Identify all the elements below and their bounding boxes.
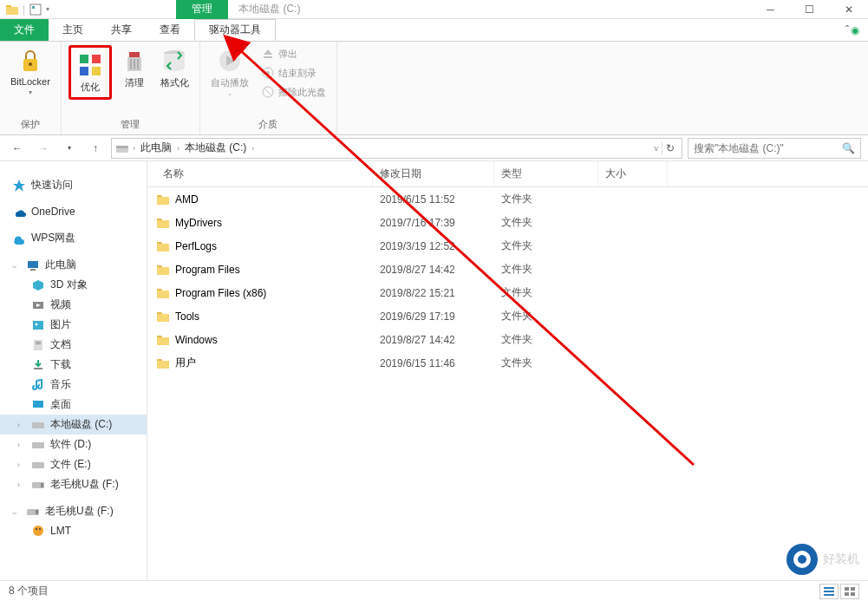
back-button[interactable]: ← <box>7 138 28 159</box>
file-name: MyDrivers <box>175 217 222 229</box>
nav-thispc[interactable]: ⌵ 此电脑 <box>0 255 147 275</box>
document-icon <box>31 338 45 352</box>
file-date: 2019/8/27 14:42 <box>373 331 494 349</box>
minimize-button[interactable]: ─ <box>751 0 790 19</box>
breadcrumb-thispc[interactable]: 此电脑 <box>139 140 173 155</box>
file-row[interactable]: Tools 2019/6/29 17:19 文件夹 <box>147 304 868 328</box>
file-size <box>598 267 668 272</box>
autoplay-button[interactable]: 自动播放 ▾ <box>207 45 252 101</box>
bitlocker-button[interactable]: BitLocker ▾ <box>7 45 54 98</box>
erase-icon <box>261 85 275 99</box>
col-date-header[interactable]: 修改日期 <box>373 161 494 186</box>
drive-tools-tab[interactable]: 驱动器工具 <box>194 19 276 41</box>
nav-lmt[interactable]: LMT <box>0 521 147 540</box>
breadcrumb-sep[interactable]: › <box>133 144 135 153</box>
nav-edrive[interactable]: ›文件 (E:) <box>0 454 147 474</box>
expand-icon[interactable]: › <box>17 441 26 449</box>
expand-icon[interactable]: ⌵ <box>12 507 21 516</box>
nav-label: 此电脑 <box>45 258 76 272</box>
search-icon[interactable]: 🔍 <box>842 142 855 154</box>
file-row[interactable]: 用户 2019/6/15 11:46 文件夹 <box>147 351 868 375</box>
nav-downloads[interactable]: 下载 <box>0 355 147 375</box>
search-input[interactable] <box>694 142 842 154</box>
nav-label: LMT <box>50 525 71 537</box>
svg-point-46 <box>33 526 43 536</box>
col-type-header[interactable]: 类型 <box>494 161 598 186</box>
home-tab[interactable]: 主页 <box>49 19 97 41</box>
svg-rect-10 <box>129 52 140 57</box>
col-name-header[interactable]: 名称 <box>147 161 373 186</box>
cleanup-label: 清理 <box>125 76 144 89</box>
file-type: 文件夹 <box>494 212 598 232</box>
folder-icon <box>156 217 170 229</box>
expand-icon[interactable]: › <box>17 421 26 429</box>
ribbon-help[interactable]: ˆ◉ <box>837 19 868 41</box>
expand-icon[interactable]: ⌵ <box>12 261 21 270</box>
ribbon-group-protect: BitLocker ▾ 保护 <box>0 42 62 134</box>
nav-fdrive2[interactable]: ⌵老毛桃U盘 (F:) <box>0 501 147 521</box>
refresh-button[interactable]: ↻ <box>662 142 678 154</box>
forward-button[interactable]: → <box>33 138 54 159</box>
file-date: 2019/8/22 15:21 <box>373 284 494 302</box>
expand-icon[interactable]: › <box>17 461 26 469</box>
file-size <box>598 314 668 319</box>
view-tab[interactable]: 查看 <box>146 19 194 41</box>
desktop-icon <box>31 398 45 412</box>
app-icon <box>5 3 19 16</box>
nav-3dobjects[interactable]: 3D 对象 <box>0 275 147 295</box>
drive-icon <box>31 458 45 472</box>
download-icon <box>31 358 45 372</box>
col-size-header[interactable]: 大小 <box>598 161 668 186</box>
erase-disc-button[interactable]: 擦除此光盘 <box>258 83 330 101</box>
address-field[interactable]: › 此电脑 › 本地磁盘 (C:) › v ↻ <box>111 138 682 159</box>
optimize-button[interactable]: 优化 <box>73 49 108 95</box>
recent-locations-button[interactable]: ▾ <box>59 138 80 159</box>
file-date: 2019/8/27 14:42 <box>373 261 494 278</box>
nav-desktop[interactable]: 桌面 <box>0 395 147 415</box>
expand-icon[interactable]: › <box>17 480 26 489</box>
file-type: 文件夹 <box>494 283 598 303</box>
file-menu[interactable]: 文件 <box>0 19 49 41</box>
properties-icon[interactable] <box>29 3 42 16</box>
address-dropdown[interactable]: v <box>655 144 659 153</box>
cleanup-button[interactable]: 清理 <box>117 45 152 91</box>
file-row[interactable]: Windows 2019/8/27 14:42 文件夹 <box>147 328 868 351</box>
file-row[interactable]: Program Files (x86) 2019/8/22 15:21 文件夹 <box>147 281 868 304</box>
qat-separator: | <box>23 3 25 16</box>
nav-fdrive[interactable]: ›老毛桃U盘 (F:) <box>0 474 147 494</box>
breadcrumb-sep[interactable]: › <box>251 144 254 153</box>
share-tab[interactable]: 共享 <box>97 19 146 41</box>
svg-rect-6 <box>80 55 88 63</box>
format-button[interactable]: 格式化 <box>157 45 193 91</box>
nav-wps[interactable]: WPS网盘 <box>0 228 147 248</box>
nav-pictures[interactable]: 图片 <box>0 315 147 335</box>
svg-marker-29 <box>33 280 43 291</box>
details-view-button[interactable] <box>819 584 839 599</box>
breadcrumb-drive[interactable]: 本地磁盘 (C:) <box>183 140 248 155</box>
file-row[interactable]: PerfLogs 2019/3/19 12:52 文件夹 <box>147 234 868 258</box>
file-row[interactable]: Program Files 2019/8/27 14:42 文件夹 <box>147 258 868 281</box>
nav-documents[interactable]: 文档 <box>0 335 147 355</box>
search-box[interactable]: 🔍 <box>688 138 861 159</box>
file-name: 用户 <box>175 356 196 370</box>
nav-onedrive[interactable]: OneDrive <box>0 202 147 221</box>
nav-cdrive[interactable]: ›本地磁盘 (C:) <box>0 415 147 434</box>
file-row[interactable]: MyDrivers 2019/7/16 17:39 文件夹 <box>147 211 868 234</box>
finish-burn-button[interactable]: 结束刻录 <box>258 64 330 82</box>
svg-point-5 <box>29 62 32 66</box>
close-button[interactable]: ✕ <box>829 0 868 19</box>
maximize-button[interactable]: ☐ <box>790 0 829 19</box>
nav-videos[interactable]: 视频 <box>0 295 147 315</box>
icons-view-button[interactable] <box>840 584 859 599</box>
file-row[interactable]: AMD 2019/6/15 11:52 文件夹 <box>147 187 868 211</box>
up-button[interactable]: ↑ <box>85 138 106 159</box>
autoplay-icon <box>216 47 244 75</box>
nav-quickaccess[interactable]: 快速访问 <box>0 175 147 195</box>
nav-ddrive[interactable]: ›软件 (D:) <box>0 434 147 454</box>
breadcrumb-sep[interactable]: › <box>177 144 179 153</box>
eject-button[interactable]: 弹出 <box>258 45 330 62</box>
qat-dropdown-icon[interactable]: ▾ <box>46 5 49 13</box>
file-date: 2019/6/29 17:19 <box>373 308 494 325</box>
usb-icon <box>31 478 45 492</box>
nav-music[interactable]: 音乐 <box>0 375 147 395</box>
